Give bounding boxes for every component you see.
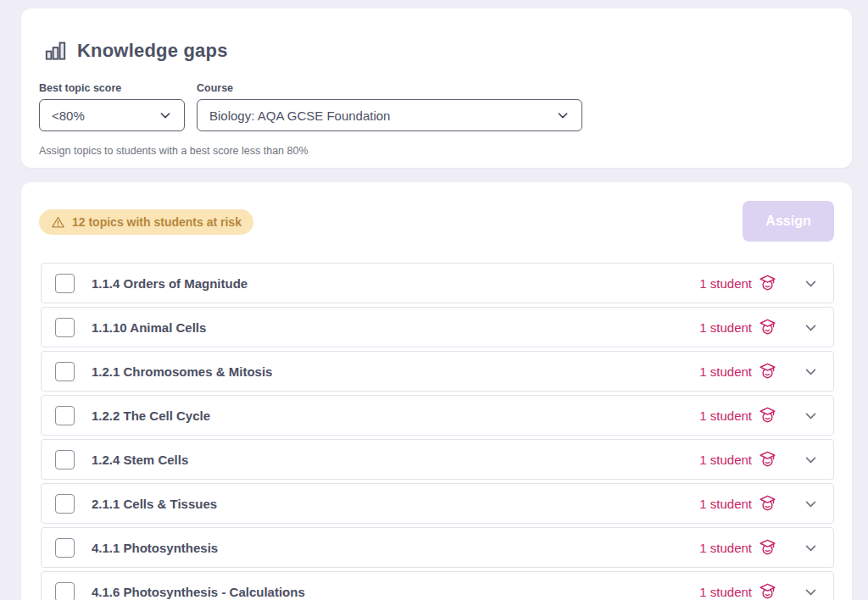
course-select[interactable]: Biology: AQA GCSE Foundation	[197, 99, 582, 131]
chevron-down-icon[interactable]	[804, 497, 818, 511]
student-count: 1 student	[699, 364, 752, 379]
topic-checkbox[interactable]	[55, 538, 75, 558]
student-count: 1 student	[699, 320, 752, 335]
topic-checkbox[interactable]	[55, 582, 75, 600]
graduation-cap-student-icon	[759, 407, 776, 425]
chevron-down-icon[interactable]	[804, 541, 818, 555]
topics-list: 1.1.4 Orders of Magnitude 1 student 1.1.…	[41, 263, 834, 600]
topic-checkbox[interactable]	[55, 406, 75, 425]
best-topic-score-select[interactable]: <80%	[39, 99, 185, 131]
graduation-cap-student-icon	[759, 275, 776, 292]
course-field: Course Biology: AQA GCSE Foundation	[197, 82, 582, 131]
graduation-cap-student-icon	[759, 583, 776, 600]
topic-row[interactable]: 1.1.10 Animal Cells 1 student	[41, 307, 834, 347]
bar-chart-icon	[44, 39, 67, 62]
best-topic-score-label: Best topic score	[39, 82, 185, 94]
topic-checkbox[interactable]	[55, 318, 75, 337]
chevron-down-icon[interactable]	[804, 320, 818, 335]
page-title: Knowledge gaps	[77, 40, 228, 62]
graduation-cap-student-icon	[759, 539, 776, 557]
filters-row: Best topic score <80% Course Biology: AQ…	[21, 62, 852, 131]
topic-row[interactable]: 4.1.1 Photosynthesis 1 student	[41, 527, 834, 568]
topic-title: 1.2.4 Stem Cells	[92, 453, 699, 467]
course-label: Course	[197, 82, 582, 94]
chevron-down-icon[interactable]	[804, 585, 818, 599]
student-count: 1 student	[699, 276, 752, 291]
best-topic-score-field: Best topic score <80%	[39, 82, 185, 131]
topic-title: 4.1.1 Photosynthesis	[92, 541, 699, 555]
student-count: 1 student	[699, 497, 752, 511]
topics-panel-card: 12 topics with students at risk Assign 1…	[21, 182, 852, 600]
assign-button[interactable]: Assign	[743, 201, 834, 242]
topic-row[interactable]: 2.1.1 Cells & Tissues 1 student	[41, 483, 834, 524]
page-title-row: Knowledge gaps	[21, 8, 852, 62]
topic-row[interactable]: 4.1.6 Photosynthesis - Calculations 1 st…	[41, 571, 834, 600]
chevron-down-icon[interactable]	[804, 364, 818, 379]
topic-title: 1.2.2 The Cell Cycle	[92, 408, 699, 423]
student-count: 1 student	[699, 585, 752, 599]
topic-title: 1.1.4 Orders of Magnitude	[92, 276, 699, 291]
topic-checkbox[interactable]	[55, 450, 75, 469]
topic-row[interactable]: 1.2.4 Stem Cells 1 student	[41, 439, 834, 480]
student-count: 1 student	[699, 408, 752, 423]
best-topic-score-value: <80%	[52, 108, 85, 123]
chevron-down-icon	[159, 108, 172, 122]
student-count: 1 student	[699, 453, 752, 467]
topic-row[interactable]: 1.1.4 Orders of Magnitude 1 student	[41, 263, 834, 303]
topics-toolbar: 12 topics with students at risk Assign	[39, 201, 834, 242]
students-at-risk-text: 12 topics with students at risk	[72, 215, 242, 229]
knowledge-gaps-card: Knowledge gaps Best topic score <80% Cou…	[21, 8, 852, 168]
graduation-cap-student-icon	[759, 319, 776, 336]
chevron-down-icon[interactable]	[804, 276, 818, 291]
graduation-cap-student-icon	[759, 363, 776, 381]
filter-helper-text: Assign topics to students with a best sc…	[21, 131, 852, 157]
chevron-down-icon[interactable]	[804, 453, 818, 467]
topic-title: 4.1.6 Photosynthesis - Calculations	[92, 585, 699, 599]
topic-checkbox[interactable]	[55, 274, 75, 293]
topic-checkbox[interactable]	[55, 362, 75, 381]
course-value: Biology: AQA GCSE Foundation	[209, 108, 390, 123]
graduation-cap-student-icon	[759, 495, 776, 513]
topic-title: 1.2.1 Chromosomes & Mitosis	[92, 364, 699, 379]
students-at-risk-badge: 12 topics with students at risk	[39, 209, 253, 235]
student-count: 1 student	[699, 541, 752, 555]
graduation-cap-student-icon	[759, 451, 776, 469]
topic-checkbox[interactable]	[55, 494, 75, 514]
topic-title: 2.1.1 Cells & Tissues	[92, 497, 699, 511]
topic-row[interactable]: 1.2.2 The Cell Cycle 1 student	[41, 395, 834, 436]
chevron-down-icon[interactable]	[804, 408, 818, 423]
topic-row[interactable]: 1.2.1 Chromosomes & Mitosis 1 student	[41, 351, 834, 392]
warning-triangle-icon	[51, 215, 65, 230]
chevron-down-icon	[556, 108, 570, 122]
topic-title: 1.1.10 Animal Cells	[92, 320, 699, 335]
